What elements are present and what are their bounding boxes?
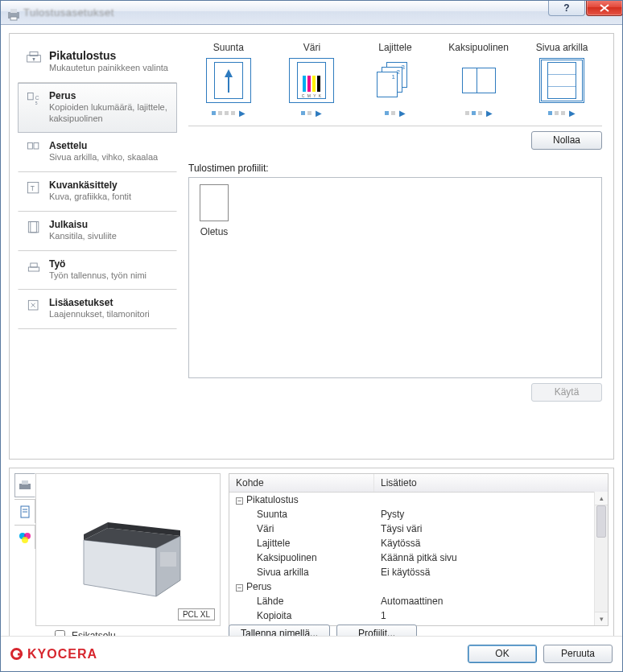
- preview-tab-color[interactable]: [14, 525, 35, 549]
- preview-tab-printer[interactable]: [14, 473, 35, 497]
- ok-button[interactable]: OK: [468, 645, 537, 663]
- reset-button[interactable]: Nollaa: [531, 131, 602, 150]
- cancel-button[interactable]: Peruuta: [543, 645, 613, 663]
- close-button[interactable]: [586, 0, 623, 16]
- setting-button-color[interactable]: C M Y K: [289, 58, 334, 103]
- setting-pager-duplex[interactable]: ▶: [439, 108, 519, 117]
- quick-settings-row: Suunta ▶ Väri C M Y K ▶ Lajittele: [185, 42, 605, 117]
- sidebar-item-label: Pikatulostus: [49, 49, 168, 62]
- collapse-icon[interactable]: −: [236, 584, 243, 592]
- sidebar-item-sublabel: Mukautetun painikkeen valinta: [49, 63, 168, 74]
- publishing-icon: [25, 219, 43, 237]
- sidebar-item-layout[interactable]: Asettelu Sivua arkilla, vihko, skaalaa: [18, 133, 177, 172]
- summary-group[interactable]: −Perus: [229, 579, 608, 594]
- setting-pager-nup[interactable]: ▶: [522, 108, 602, 117]
- layout-icon: [25, 140, 43, 158]
- summary-row: SuuntaPysty: [229, 507, 608, 522]
- profile-icon: [200, 184, 229, 221]
- dialog-footer: KYOCERA OK Peruuta: [1, 636, 622, 671]
- svg-rect-13: [31, 221, 39, 232]
- sidebar-item-sublabel: Kansitila, sivuliite: [49, 231, 117, 242]
- setting-button-collate[interactable]: 321: [373, 58, 418, 103]
- help-button[interactable]: ?: [548, 0, 585, 16]
- setting-label-collate: Lajittele: [355, 42, 435, 55]
- svg-text:T: T: [31, 184, 35, 192]
- divider: [188, 126, 602, 126]
- scroll-thumb[interactable]: [596, 505, 606, 538]
- sidebar-item-sublabel: Työn tallennus, työn nimi: [49, 270, 146, 282]
- brand-text: KYOCERA: [27, 647, 97, 662]
- upper-panel: Pikatulostus Mukautetun painikkeen valin…: [9, 33, 614, 460]
- scroll-down-icon[interactable]: ▾: [595, 612, 608, 625]
- pdl-badge: PCL XL: [178, 608, 215, 620]
- sidebar: Pikatulostus Mukautetun painikkeen valin…: [18, 42, 177, 329]
- sidebar-item-label: Lisäasetukset: [49, 297, 150, 308]
- svg-rect-18: [22, 480, 28, 484]
- summary-scrollbar[interactable]: ▴ ▾: [594, 492, 608, 625]
- summary-grid: Kohde Lisätieto −Pikatulostus SuuntaPyst…: [229, 473, 609, 626]
- quickprint-icon: [25, 49, 43, 67]
- brand-logo-icon: [10, 648, 23, 660]
- svg-rect-17: [19, 484, 31, 489]
- profile-tile-default[interactable]: Oletus: [196, 184, 233, 237]
- svg-rect-5: [28, 93, 34, 99]
- printer-app-icon: [6, 6, 19, 19]
- summary-row: LähdeAutomaattinen: [229, 594, 608, 608]
- summary-row: KaksipuolinenKäännä pitkä sivu: [229, 550, 608, 565]
- advanced-icon: [25, 297, 43, 315]
- summary-body[interactable]: −Pikatulostus SuuntaPysty VäriTäysi väri…: [229, 493, 608, 625]
- setting-label-orientation: Suunta: [188, 42, 269, 55]
- svg-rect-30: [160, 552, 176, 567]
- svg-rect-15: [31, 263, 37, 267]
- preview-tab-page[interactable]: [14, 499, 35, 523]
- basic-icon: C5: [25, 90, 43, 108]
- sidebar-item-label: Kuvankäsittely: [49, 179, 131, 191]
- profiles-list: Oletus: [188, 177, 602, 378]
- setting-button-duplex[interactable]: [456, 58, 501, 103]
- sidebar-item-sublabel: Sivua arkilla, vihko, skaalaa: [49, 152, 158, 163]
- setting-pager-collate[interactable]: ▶: [355, 108, 435, 117]
- setting-pager-orientation[interactable]: ▶: [188, 108, 269, 117]
- sidebar-item-basic[interactable]: C5 Perus Kopioiden lukumäärä, lajittele,…: [18, 83, 177, 134]
- setting-button-nup[interactable]: [539, 58, 584, 103]
- sidebar-item-advanced[interactable]: Lisäasetukset Laajennukset, tilamonitori: [18, 290, 177, 329]
- setting-label-nup: Sivua arkilla: [522, 42, 602, 55]
- svg-text:C: C: [35, 95, 39, 101]
- scroll-up-icon[interactable]: ▴: [595, 492, 608, 505]
- sidebar-item-sublabel: Kuva, grafiikka, fontit: [49, 192, 131, 203]
- svg-rect-9: [34, 143, 39, 150]
- summary-header-col2: Lisätieto: [374, 474, 608, 492]
- sidebar-item-label: Asettelu: [49, 140, 158, 151]
- collapse-icon[interactable]: −: [236, 497, 243, 505]
- svg-rect-12: [28, 221, 36, 232]
- sidebar-item-publishing[interactable]: Julkaisu Kansitila, sivuliite: [18, 212, 177, 251]
- setting-label-color: Väri: [272, 42, 353, 55]
- settings-area: Suunta ▶ Väri C M Y K ▶ Lajittele: [185, 42, 605, 451]
- sidebar-item-quickprint[interactable]: Pikatulostus Mukautetun painikkeen valin…: [18, 42, 177, 83]
- summary-group[interactable]: −Pikatulostus: [229, 493, 608, 507]
- sidebar-item-sublabel: Laajennukset, tilamonitori: [49, 309, 150, 320]
- setting-button-orientation[interactable]: [206, 58, 251, 103]
- lower-panel: PCL XL Esikatselu Kohde Lisätieto −Pikat…: [9, 468, 614, 649]
- imaging-icon: T: [25, 179, 43, 197]
- profiles-section-label: Tulostimen profiilit:: [188, 163, 602, 174]
- setting-pager-color[interactable]: ▶: [272, 108, 353, 117]
- sidebar-item-label: Työ: [49, 258, 146, 270]
- summary-header-col1: Kohde: [229, 474, 374, 492]
- brand-logo: KYOCERA: [10, 647, 97, 662]
- sidebar-item-label: Perus: [49, 90, 170, 101]
- svg-rect-1: [10, 9, 17, 13]
- job-icon: [25, 258, 43, 276]
- summary-row: VäriTäysi väri: [229, 522, 608, 536]
- sidebar-item-sublabel: Kopioiden lukumäärä, lajittele, kaksipuo…: [49, 102, 170, 125]
- printer-illustration: [60, 508, 196, 620]
- sidebar-item-imaging[interactable]: T Kuvankäsittely Kuva, grafiikka, fontit: [18, 172, 177, 212]
- svg-rect-8: [28, 143, 33, 150]
- window-title: Tulostusasetukset: [23, 6, 547, 19]
- svg-point-24: [22, 537, 28, 543]
- dialog-body: Pikatulostus Mukautetun painikkeen valin…: [1, 25, 622, 671]
- apply-profile-button[interactable]: Käytä: [531, 383, 602, 402]
- svg-rect-14: [28, 267, 39, 271]
- sidebar-item-job[interactable]: Työ Työn tallennus, työn nimi: [18, 251, 177, 291]
- profile-label: Oletus: [196, 226, 233, 237]
